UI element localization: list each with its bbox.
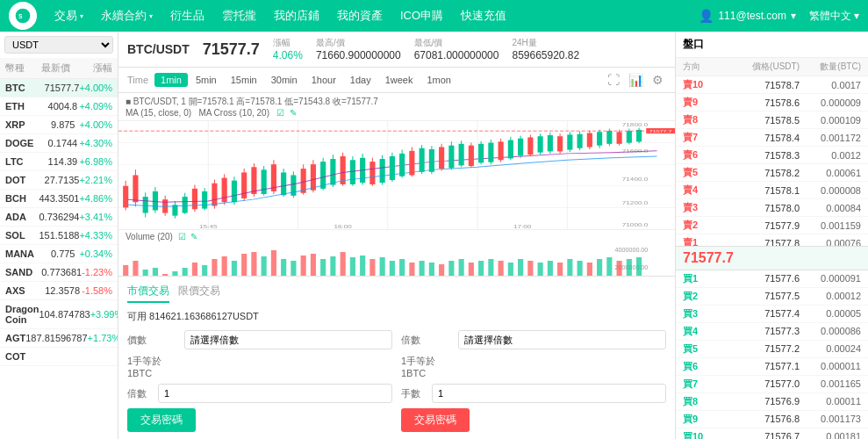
time-btn-1day[interactable]: 1day: [344, 73, 377, 87]
svg-rect-158: [369, 259, 375, 276]
svg-rect-177: [557, 263, 563, 276]
ask-item[interactable]: 賣6 71578.3 0.0012: [676, 147, 868, 164]
coin-list-item[interactable]: AGT 187.81596787 +1.73%: [0, 329, 118, 348]
ask-item[interactable]: 賣8 71578.5 0.000109: [676, 112, 868, 129]
bid-qty: 0.00181: [800, 431, 861, 439]
chart-type-icon[interactable]: 📊: [627, 71, 644, 89]
nav-derivatives[interactable]: 衍生品: [161, 0, 213, 32]
coin-list-item[interactable]: AXS 12.3578 -1.58%: [0, 282, 118, 300]
buy-submit-button[interactable]: 交易密碼: [127, 408, 196, 432]
ask-item[interactable]: 賣2 71577.9 0.001159: [676, 217, 868, 234]
coin-list-item[interactable]: Dragon Coin 104.874783 +3.99%: [0, 300, 118, 329]
current-price: 71577.7: [203, 40, 260, 59]
ask-direction: 賣1: [683, 236, 718, 246]
bid-price: 71577.6: [718, 273, 800, 284]
nav-assets[interactable]: 我的資產: [328, 0, 391, 32]
indicator-check[interactable]: ☑: [276, 108, 284, 118]
time-btn-5min[interactable]: 5min: [190, 73, 223, 87]
coin-list-item[interactable]: DOT 27.7135 +2.21%: [0, 171, 118, 190]
buy-price-select-wrapper: 請選擇倍數: [184, 330, 392, 349]
coin-list-item[interactable]: ETH 4004.8 +4.09%: [0, 97, 118, 116]
svg-text:71600.0: 71600.0: [622, 148, 649, 153]
time-btn-15min[interactable]: 15min: [225, 73, 263, 87]
coin-list-item[interactable]: COT: [0, 348, 118, 366]
coin-list-item[interactable]: SAND 0.773681 -1.23%: [0, 263, 118, 282]
ask-item[interactable]: 賣4 71578.1 0.000008: [676, 182, 868, 199]
bid-item[interactable]: 買2 71577.5 0.00012: [676, 288, 868, 306]
svg-rect-142: [212, 259, 217, 276]
coin-list-item[interactable]: BCH 443.3501 +4.86%: [0, 190, 118, 208]
nav-cloud[interactable]: 雲托攏: [213, 0, 265, 32]
coin-name: ADA: [5, 212, 39, 222]
svg-rect-155: [341, 252, 346, 276]
time-btn-1week[interactable]: 1week: [379, 73, 420, 87]
svg-rect-146: [251, 252, 256, 276]
chart-header: BTC/USDT 71577.7 漲幅 4.06% 最高/價 71660.900…: [118, 32, 675, 68]
ask-item[interactable]: 賣10 71578.7 0.0017: [676, 76, 868, 94]
ask-item[interactable]: 賣9 71578.6 0.000009: [676, 94, 868, 112]
time-btn-1min[interactable]: 1min: [154, 73, 188, 87]
sell-submit-row: 交易密碼: [401, 408, 666, 432]
time-btn-1mon[interactable]: 1mon: [420, 73, 457, 87]
sell-submit-button[interactable]: 交易密碼: [401, 408, 470, 432]
bid-item[interactable]: 買3 71577.4 0.00005: [676, 306, 868, 323]
coin-list-item[interactable]: SOL 151.5188 +4.33%: [0, 227, 118, 245]
ask-item[interactable]: 賣5 71578.2 0.00061: [676, 164, 868, 182]
bid-item[interactable]: 買1 71577.6 0.000091: [676, 270, 868, 288]
sidebar-filter: USDT: [0, 32, 118, 58]
time-btn-1hour[interactable]: 1hour: [305, 73, 342, 87]
bid-item[interactable]: 買4 71577.3 0.000086: [676, 323, 868, 341]
svg-rect-165: [439, 264, 444, 276]
bid-item[interactable]: 買6 71577.1 0.000011: [676, 358, 868, 376]
volume-check[interactable]: ☑: [178, 232, 186, 241]
user-account[interactable]: 111@test.com: [718, 10, 786, 22]
coin-list-item[interactable]: MANA 0.775 +0.34%: [0, 245, 118, 263]
ask-item[interactable]: 賣1 71577.8 0.00076: [676, 234, 868, 246]
bid-item[interactable]: 買5 71577.2 0.00024: [676, 341, 868, 358]
svg-rect-144: [232, 261, 237, 276]
coin-price: 151.5188: [39, 230, 79, 241]
coin-price: 4004.8: [48, 101, 78, 112]
buy-price-select[interactable]: 請選擇倍數: [184, 330, 392, 349]
coin-change: -1.23%: [82, 267, 112, 277]
settings-icon[interactable]: ⚙: [649, 71, 666, 89]
volume-chart: Volume (20) ☑ ✎ 4000000.00 2000000.00 0.…: [118, 229, 675, 276]
nav-recharge[interactable]: 快速充值: [452, 0, 515, 32]
time-btn-30min[interactable]: 30min: [265, 73, 304, 87]
ask-item[interactable]: 賣7 71578.4 0.001172: [676, 129, 868, 147]
indicator-edit[interactable]: ✎: [290, 108, 297, 118]
nav-shop[interactable]: 我的店鋪: [265, 0, 328, 32]
coin-list-item[interactable]: BTC 71577.7 +4.00%: [0, 79, 118, 97]
coin-list-item[interactable]: DOGE 0.1744 +4.30%: [0, 134, 118, 153]
bid-list: 買1 71577.6 0.000091 買2 71577.5 0.00012 買…: [676, 270, 868, 440]
language-selector[interactable]: 繁體中文 ▾: [809, 9, 859, 24]
bid-item[interactable]: 買9 71576.8 0.001173: [676, 411, 868, 428]
sidebar-header: 幣種 最新價 漲幅: [0, 58, 118, 79]
spread-row: 71577.7: [676, 246, 868, 270]
buy-qty-input[interactable]: [158, 384, 392, 403]
svg-rect-157: [360, 255, 365, 276]
coin-change: +4.09%: [77, 101, 112, 112]
bid-item[interactable]: 買8 71576.9 0.00011: [676, 393, 868, 411]
ask-direction: 賣2: [683, 219, 718, 232]
nav-perpetual[interactable]: 永續合約 ▾: [92, 0, 161, 32]
ask-item[interactable]: 賣3 71578.0 0.00084: [676, 199, 868, 217]
coin-list-item[interactable]: LTC 114.39 +6.98%: [0, 153, 118, 171]
tab-market-order[interactable]: 市價交易: [127, 284, 169, 303]
bid-item[interactable]: 買7 71577.0 0.001165: [676, 376, 868, 393]
nav-trading[interactable]: 交易 ▾: [46, 0, 92, 32]
tab-limit-order[interactable]: 限價交易: [178, 284, 220, 303]
sell-price-select[interactable]: 請選擇倍數: [458, 330, 666, 349]
fullscreen-icon[interactable]: ⛶: [605, 71, 622, 89]
market-select[interactable]: USDT: [4, 36, 113, 54]
coin-name: SOL: [5, 230, 39, 241]
nav-ico[interactable]: ICO申購: [391, 0, 452, 32]
coin-name: BTC: [5, 83, 45, 93]
ask-direction: 賣9: [683, 96, 718, 109]
coin-list-item[interactable]: XRP 9.875 +4.00%: [0, 116, 118, 134]
volume-edit[interactable]: ✎: [190, 232, 197, 241]
bid-item[interactable]: 買10 71576.7 0.00181: [676, 428, 868, 440]
coin-list-item[interactable]: ADA 0.736294 +3.41%: [0, 208, 118, 227]
coin-change: +4.33%: [79, 230, 112, 241]
sell-qty-input[interactable]: [432, 384, 666, 403]
